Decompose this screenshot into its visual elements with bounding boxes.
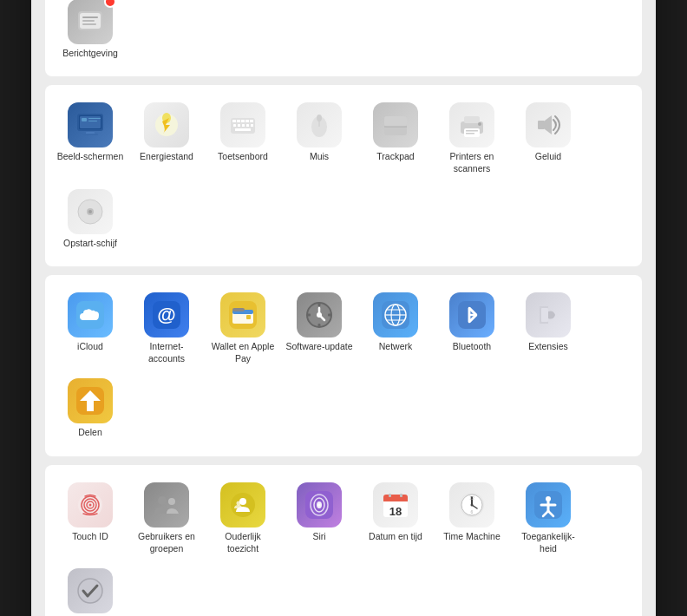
- notification-badge: [104, 0, 116, 8]
- geluid-icon-svg: [533, 109, 564, 141]
- printers-icon-svg: [456, 109, 487, 141]
- icon-internet: @: [144, 292, 189, 337]
- icon-item-toetsenbord[interactable]: Toetsenbord: [205, 95, 281, 181]
- icon-trackpad: [373, 102, 418, 147]
- icon-energie: [144, 102, 189, 147]
- extensies-icon-svg: [533, 299, 564, 331]
- section-hardware: Beeld-schermen Energiestand: [45, 85, 642, 266]
- section-system: Touch ID Gebruikers en groepen: [45, 465, 642, 616]
- icon-item-berichtgeving[interactable]: Berichtgeving: [52, 0, 128, 66]
- svg-rect-56: [237, 120, 240, 122]
- main-window: ‹ › Systeemvoorkeuren 🔍 Zoek: [31, 0, 656, 616]
- label-toegankelijk: Toegankelijk-heid: [514, 531, 583, 554]
- icon-muis: [297, 102, 342, 147]
- internet-icon-svg: @: [151, 299, 182, 331]
- icon-item-delen[interactable]: Delen: [52, 371, 128, 446]
- label-touchid: Touch ID: [72, 531, 108, 543]
- icon-item-beeldsch[interactable]: Beeld-schermen: [52, 95, 128, 181]
- svg-text:@: @: [157, 304, 175, 325]
- svg-rect-51: [88, 121, 97, 121]
- netwerk-icon-svg: [380, 299, 411, 331]
- label-gebruikers: Gebruikers en groepen: [132, 531, 201, 554]
- section-internet: iCloud @ Internet-accounts: [45, 275, 642, 456]
- icon-item-trackpad[interactable]: Trackpad: [357, 95, 434, 181]
- icon-touchid: [68, 482, 113, 528]
- icon-item-icloud[interactable]: iCloud: [52, 285, 128, 371]
- siri-icon-svg: [304, 489, 335, 521]
- icon-item-toegankelijk[interactable]: Toegankelijk-heid: [510, 475, 586, 561]
- label-delen: Delen: [78, 427, 101, 439]
- label-trackpad: Trackpad: [376, 151, 414, 163]
- svg-rect-91: [246, 315, 251, 319]
- icon-item-extensies[interactable]: Extensies: [510, 285, 586, 371]
- label-toetsenbord: Toetsenbord: [218, 151, 268, 163]
- toegankelijk-icon-svg: [533, 489, 564, 521]
- label-netwerk: Netwerk: [379, 341, 413, 353]
- svg-rect-57: [241, 120, 245, 122]
- svg-rect-73: [464, 116, 480, 123]
- svg-rect-95: [318, 303, 321, 306]
- icon-extensies: [526, 292, 571, 337]
- label-extensies: Extensies: [528, 341, 568, 353]
- svg-rect-43: [82, 23, 96, 25]
- icon-item-printers[interactable]: Printers en scanners: [434, 95, 510, 181]
- beeldsch-icon-svg: [75, 109, 106, 141]
- icon-item-wallet[interactable]: Wallet en Apple Pay: [205, 285, 281, 371]
- icon-ouderlijk: [220, 482, 265, 528]
- delen-icon-svg: [75, 385, 106, 416]
- svg-point-119: [237, 501, 241, 506]
- datum-icon-svg: 18: [380, 489, 411, 521]
- time-icon-svg: 12 6: [456, 489, 487, 521]
- icon-item-time[interactable]: 12 6 Time Machine: [434, 475, 510, 561]
- muis-icon-svg: [304, 109, 335, 141]
- svg-rect-49: [82, 118, 87, 121]
- icon-opstart: [68, 189, 113, 234]
- svg-point-116: [168, 498, 175, 505]
- svg-rect-75: [466, 130, 478, 132]
- svg-point-115: [158, 496, 167, 505]
- svg-rect-130: [400, 494, 402, 497]
- icon-item-datum[interactable]: 18 Datum en tijd: [357, 475, 434, 561]
- svg-rect-70: [384, 116, 407, 127]
- section2-grid: Beeld-schermen Energiestand: [52, 95, 635, 256]
- svg-point-83: [88, 210, 92, 213]
- label-energie: Energiestand: [140, 151, 193, 163]
- icon-item-netwerk[interactable]: Netwerk: [357, 285, 434, 371]
- icon-item-software[interactable]: Software-update: [281, 285, 357, 371]
- svg-rect-98: [328, 314, 331, 317]
- icon-wallet: [220, 292, 265, 337]
- bluetooth-icon-svg: [456, 299, 487, 331]
- svg-rect-96: [318, 324, 321, 327]
- label-bluetooth: Bluetooth: [453, 341, 491, 353]
- label-printers: Printers en scanners: [437, 151, 507, 174]
- icon-datum: 18: [373, 482, 418, 528]
- svg-rect-42: [82, 20, 95, 22]
- icon-item-ouderlijk[interactable]: Ouderlijk toezicht: [205, 475, 281, 561]
- icon-item-opstart[interactable]: Opstart-schijf: [52, 182, 128, 257]
- svg-rect-65: [235, 128, 251, 131]
- svg-text:6: 6: [471, 509, 474, 514]
- icon-item-internet[interactable]: @ Internet-accounts: [128, 285, 205, 371]
- icon-toegankelijk: [526, 482, 571, 528]
- icon-item-gebruikers[interactable]: Gebruikers en groepen: [128, 475, 205, 561]
- toetsenbord-icon-svg: [227, 109, 258, 141]
- svg-rect-47: [82, 134, 98, 135]
- label-wallet: Wallet en Apple Pay: [208, 341, 278, 364]
- svg-point-124: [318, 504, 321, 507]
- icon-item-energie[interactable]: Energiestand: [128, 95, 205, 181]
- icon-item-bluetooth[interactable]: Bluetooth: [434, 285, 510, 371]
- label-time: Time Machine: [443, 531, 501, 543]
- icon-netwerk: [373, 292, 418, 337]
- icon-beeldsch: [68, 102, 113, 147]
- icon-item-profielen[interactable]: Profielen: [52, 561, 128, 616]
- icon-item-muis[interactable]: Muis: [281, 95, 357, 181]
- svg-text:12: 12: [469, 495, 474, 501]
- touchid-icon-svg: [75, 489, 106, 521]
- icon-item-siri[interactable]: Siri: [281, 475, 357, 561]
- svg-point-94: [317, 312, 322, 318]
- icon-item-geluid[interactable]: Geluid: [510, 95, 586, 181]
- ouderlijk-icon-svg: [227, 489, 258, 521]
- icloud-icon-svg: [75, 299, 106, 331]
- svg-rect-50: [88, 118, 101, 119]
- icon-item-touchid[interactable]: Touch ID: [52, 475, 128, 561]
